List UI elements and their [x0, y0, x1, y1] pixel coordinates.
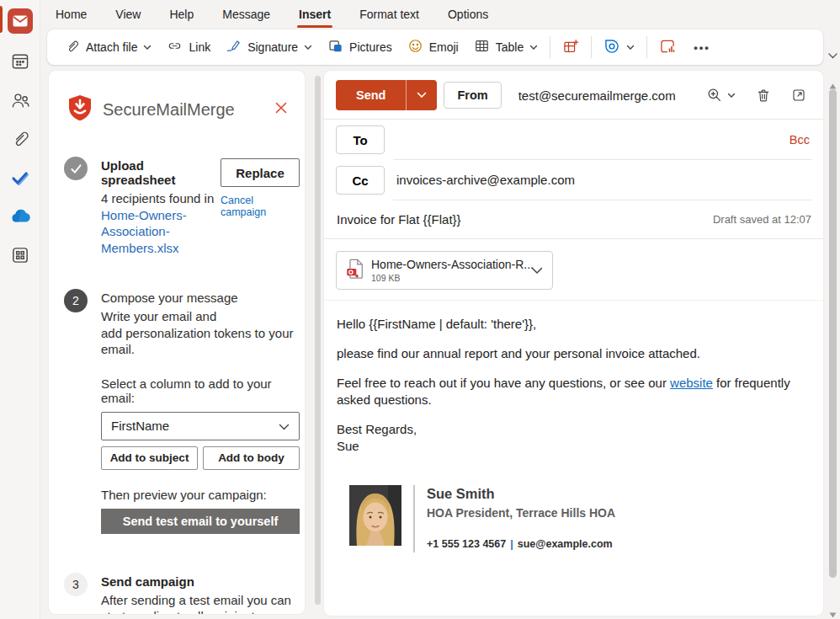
signature-block: Sue Smith HOA President, Terrace Hills H… — [349, 485, 811, 552]
step1-title: Upload spreadsheet — [101, 155, 221, 187]
draft-saved-status: Draft saved at 12:07 — [713, 213, 811, 226]
cc-button[interactable]: Cc — [336, 166, 385, 195]
paperclip-icon — [65, 39, 80, 56]
chevron-down-icon — [279, 419, 290, 433]
sidebar-item-todo[interactable] — [6, 165, 35, 194]
chart-window-icon — [659, 38, 676, 57]
insert-table-addon-button[interactable] — [555, 33, 587, 62]
bcc-button[interactable]: Bcc — [789, 133, 811, 147]
menu-item-view[interactable]: View — [114, 1, 142, 28]
message-body-editor[interactable]: Hello {{FirstName | default: 'there'}}, … — [324, 301, 823, 552]
add-to-body-button[interactable]: Add to body — [203, 446, 300, 470]
from-address: test@securemailmerge.com — [518, 88, 676, 103]
link-button[interactable]: Link — [159, 33, 218, 61]
table-add-icon — [562, 38, 579, 57]
attach-file-button[interactable]: Attach file — [57, 34, 159, 61]
menu-item-help[interactable]: Help — [167, 1, 195, 28]
chevron-down-icon — [304, 45, 312, 51]
subject-value: Invoice for Flat {{Flat}} — [337, 212, 461, 227]
scrollbar-thumb[interactable] — [829, 89, 837, 578]
recipients-count-text: 4 recipients found in — [101, 191, 214, 205]
body-closing: Best Regards, — [337, 421, 811, 438]
send-button[interactable]: Send — [336, 80, 437, 110]
menu-item-options[interactable]: Options — [446, 1, 490, 28]
panel-title: SecureMailMerge — [103, 100, 235, 120]
signature-portrait-photo — [349, 485, 401, 546]
active-module-indicator — [0, 6, 3, 33]
cancel-campaign-link[interactable]: Cancel campaign — [221, 195, 300, 218]
chevron-down-icon — [626, 45, 635, 51]
to-recipients-field[interactable]: Bcc — [393, 120, 811, 160]
more-options-button[interactable]: ••• — [683, 36, 720, 59]
attachment-options-chevron-icon[interactable] — [531, 263, 543, 278]
step2-description-line2: add personalization tokens to your email… — [101, 325, 300, 358]
pictures-button[interactable]: Pictures — [320, 33, 400, 61]
menu-item-message[interactable]: Message — [221, 1, 272, 28]
toolbar-divider — [591, 36, 592, 58]
send-test-email-button[interactable]: Send test email to yourself — [101, 509, 300, 534]
attachment-chip[interactable]: Home-Owners-Association-R... 109 KB — [336, 251, 553, 290]
signature-button[interactable]: Signature — [218, 33, 320, 61]
open-in-new-window-icon[interactable] — [791, 88, 806, 103]
signature-name: Sue Smith — [427, 485, 615, 502]
to-button[interactable]: To — [336, 125, 385, 154]
send-row: Send From test@securemailmerge.com — [324, 71, 823, 110]
pdf-file-icon — [346, 259, 364, 282]
cc-recipient-value: invoices-archive@example.com — [396, 173, 575, 187]
toolbar-divider — [646, 36, 647, 58]
loop-component-button[interactable] — [596, 33, 642, 62]
cc-recipients-field[interactable]: invoices-archive@example.com — [393, 160, 811, 200]
sidebar-item-onedrive[interactable] — [6, 204, 35, 232]
sidebar-item-calendar[interactable] — [6, 49, 35, 77]
pictures-icon — [327, 38, 343, 56]
body-sender-name: Sue — [337, 438, 811, 455]
from-button[interactable]: From — [444, 82, 501, 109]
replace-button[interactable]: Replace — [221, 158, 300, 187]
sidebar-item-people[interactable] — [6, 88, 35, 116]
zoom-button[interactable] — [706, 87, 736, 104]
to-row: To Bcc — [324, 120, 823, 160]
signature-role: HOA President, Terrace Hills HOA — [427, 504, 615, 521]
sidebar-item-files[interactable] — [6, 126, 35, 155]
chevron-down-icon — [529, 45, 538, 51]
app-sidebar — [0, 0, 40, 619]
table-button[interactable]: Table — [466, 33, 545, 61]
delete-draft-trash-icon[interactable] — [756, 88, 771, 104]
cloud-icon — [9, 205, 31, 231]
collapse-ribbon-chevron-icon[interactable] — [827, 48, 838, 63]
step3-number: 3 — [64, 573, 88, 596]
menu-item-home[interactable]: Home — [54, 1, 88, 28]
emoji-smiley-icon — [407, 38, 423, 56]
body-paragraph-2: Feel free to reach out if you have any q… — [337, 375, 811, 408]
compose-area: Send From test@securemailmerge.com To Bc… — [324, 71, 823, 616]
shield-download-logo-icon — [66, 93, 94, 125]
data-visualization-button[interactable] — [651, 33, 683, 62]
securemailmerge-panel: SecureMailMerge Upload spreadsheet 4 rec… — [49, 71, 305, 614]
panel-header: SecureMailMerge — [49, 71, 305, 125]
website-link[interactable]: website — [670, 376, 713, 390]
step2-number: 2 — [64, 289, 88, 312]
mail-icon — [8, 8, 33, 34]
sidebar-item-mail[interactable] — [6, 7, 35, 35]
cc-row: Cc invoices-archive@example.com — [324, 160, 823, 200]
signature-separator: | — [510, 538, 513, 550]
subject-field[interactable]: Invoice for Flat {{Flat}} Draft saved at… — [324, 200, 823, 239]
calendar-icon — [10, 51, 30, 75]
send-options-chevron-icon[interactable] — [406, 80, 437, 110]
people-icon — [10, 90, 30, 114]
step-send-campaign: 3 Send campaign After sending a test ema… — [49, 571, 305, 615]
step-compose-message: 2 Compose your message Write your email … — [49, 287, 305, 534]
scrollbar-down-arrow-icon[interactable] — [829, 606, 837, 619]
panel-scrollbar[interactable] — [315, 76, 321, 605]
menu-item-format-text[interactable]: Format text — [358, 1, 421, 28]
emoji-button[interactable]: Emoji — [400, 33, 466, 61]
checkmark-icon — [10, 168, 30, 191]
signature-phone: +1 555 123 4567 — [427, 538, 506, 550]
preview-campaign-label: Then preview your campaign: — [101, 488, 300, 502]
sidebar-item-more-apps[interactable] — [6, 243, 35, 271]
menu-item-insert[interactable]: Insert — [297, 1, 332, 28]
close-icon[interactable] — [273, 99, 290, 120]
uploaded-file-link[interactable]: Home-Owners-Association-Members.xlsx — [101, 208, 187, 255]
add-to-subject-button[interactable]: Add to subject — [101, 446, 198, 470]
column-dropdown[interactable]: FirstName — [101, 412, 300, 440]
